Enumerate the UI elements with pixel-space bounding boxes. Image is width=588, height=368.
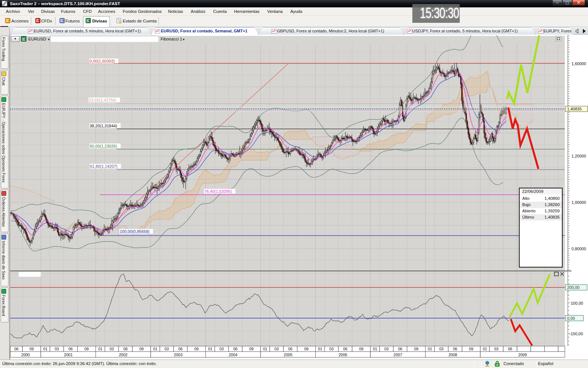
svg-text:1,60000: 1,60000	[571, 61, 586, 66]
svg-text:2005: 2005	[284, 353, 293, 357]
svg-text:09: 09	[469, 347, 473, 351]
svg-text:1,00000: 1,00000	[571, 200, 586, 205]
svg-text:06: 06	[453, 347, 458, 351]
svg-text:03: 03	[275, 347, 279, 351]
svg-text:09: 09	[249, 347, 254, 351]
svg-text:2003: 2003	[174, 353, 183, 357]
svg-text:06: 06	[68, 347, 73, 351]
svg-text:06: 06	[343, 347, 348, 351]
svg-text:2007: 2007	[394, 353, 402, 357]
svg-text:01: 01	[373, 347, 377, 351]
svg-text:06: 06	[233, 347, 238, 351]
svg-text:09: 09	[29, 347, 34, 351]
svg-text:01: 01	[208, 347, 212, 351]
svg-text:06: 06	[398, 347, 402, 351]
svg-text:0,00: 0,00	[567, 316, 575, 321]
svg-text:0,80000: 0,80000	[571, 247, 586, 251]
svg-text:61,80(1,14207): 61,80(1,14207)	[90, 164, 118, 169]
svg-text:06: 06	[14, 347, 19, 351]
svg-text:01: 01	[318, 347, 322, 351]
svg-text:01: 01	[98, 347, 103, 351]
svg-text:100,00: 100,00	[571, 301, 583, 305]
svg-text:-100,00: -100,00	[569, 332, 583, 336]
svg-text:0,00(1,60393): 0,00(1,60393)	[90, 59, 115, 63]
svg-text:01: 01	[428, 347, 432, 351]
svg-text:06: 06	[178, 347, 183, 351]
svg-text:2008: 2008	[449, 353, 458, 357]
svg-text:01: 01	[153, 347, 158, 351]
svg-text:01: 01	[43, 347, 48, 351]
svg-text:23,60(1,42756): 23,60(1,42756)	[89, 98, 116, 102]
svg-text:2009: 2009	[518, 353, 527, 357]
svg-text:09: 09	[194, 347, 199, 351]
svg-text:06: 06	[508, 347, 512, 351]
svg-text:09: 09	[304, 347, 309, 351]
svg-text:03: 03	[384, 347, 389, 351]
svg-text:1,20000: 1,20000	[571, 154, 586, 158]
svg-text:2001: 2001	[64, 353, 73, 357]
svg-text:01: 01	[263, 347, 268, 351]
svg-text:09: 09	[139, 347, 144, 351]
svg-text:50,00(1,23026): 50,00(1,23026)	[90, 144, 117, 148]
svg-text:38,20(1,31844): 38,20(1,31844)	[90, 124, 117, 128]
svg-text:1,40835: 1,40835	[567, 107, 582, 111]
svg-text:2000: 2000	[21, 353, 30, 357]
svg-text:100,00(0,85658): 100,00(0,85658)	[120, 229, 150, 234]
svg-text:03: 03	[494, 347, 499, 351]
svg-text:09: 09	[85, 347, 89, 351]
svg-text:06: 06	[288, 347, 293, 351]
svg-text:03: 03	[219, 347, 224, 351]
svg-text:03: 03	[165, 347, 169, 351]
svg-text:09: 09	[359, 347, 363, 351]
svg-text:2004: 2004	[229, 353, 238, 357]
svg-text:03: 03	[110, 347, 114, 351]
svg-text:76,40(1,03295): 76,40(1,03295)	[204, 189, 232, 194]
svg-text:200,00: 200,00	[567, 285, 580, 290]
svg-text:03: 03	[329, 347, 334, 351]
svg-text:2002: 2002	[119, 353, 128, 357]
svg-text:2006: 2006	[339, 353, 348, 357]
svg-text:06: 06	[123, 347, 128, 351]
svg-text:03: 03	[55, 347, 59, 351]
svg-text:09: 09	[414, 347, 419, 351]
svg-text:01: 01	[483, 347, 487, 351]
svg-text:03: 03	[439, 347, 444, 351]
